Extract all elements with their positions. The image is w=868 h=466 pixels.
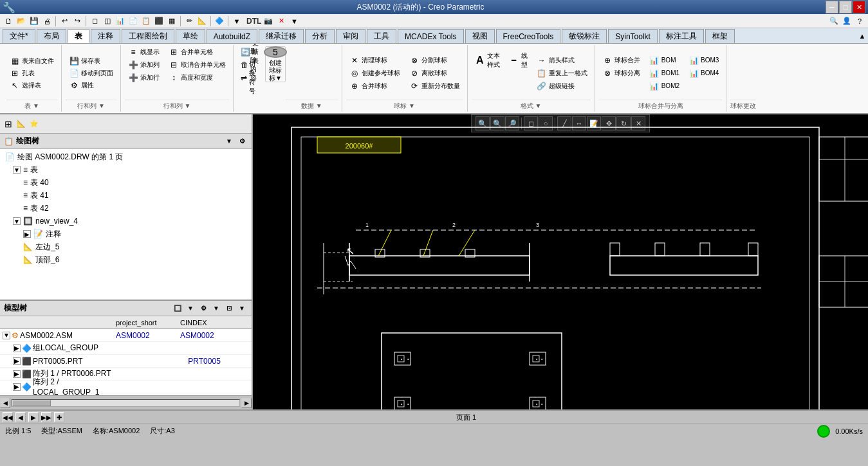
model-tree-expand-btn[interactable]: ⊡ bbox=[223, 303, 235, 314]
model-tree-btn4[interactable]: ▼ bbox=[210, 303, 222, 314]
print-button[interactable]: 🖨 bbox=[41, 15, 53, 27]
ribbon-btn-balloon-separate[interactable]: ⊗ 球标分离 bbox=[599, 67, 643, 79]
asm0002-expander[interactable]: ▼ bbox=[3, 332, 10, 339]
ribbon-btn-save-table[interactable]: 💾 保存表 bbox=[66, 55, 116, 67]
ribbon-btn-clear-balloon[interactable]: ✕ 清理球标 bbox=[346, 55, 403, 66]
qa-btn-3[interactable]: 📊 bbox=[115, 15, 126, 27]
account-button[interactable]: 👤 bbox=[841, 15, 853, 27]
ribbon-btn-text-style[interactable]: A 文本样式 bbox=[472, 55, 503, 66]
ribbon-btn-height-width[interactable]: ↕ 高度和宽度 bbox=[165, 72, 229, 84]
nav-last-btn[interactable]: ▶▶ bbox=[41, 412, 51, 422]
tab-quickmark[interactable]: 敏锐标注 bbox=[562, 29, 607, 43]
array2-expander[interactable]: ▶ bbox=[13, 383, 21, 391]
qa-btn-7[interactable]: ▦ bbox=[166, 15, 178, 27]
ribbon-btn-create-balloon[interactable]: 5 创建球标标▼ bbox=[265, 46, 286, 82]
model-tree-btn1[interactable]: 🔲 bbox=[172, 303, 183, 314]
ribbon-btn-add-row[interactable]: ➕ 添加行 bbox=[125, 72, 163, 84]
tab-mcadex[interactable]: MCADEx Tools bbox=[398, 29, 463, 43]
ribbon-btn-toggle-symbol[interactable]: ⇌ 切换符号 bbox=[237, 72, 263, 84]
qa-btn-8[interactable]: ✏ bbox=[183, 15, 195, 27]
ribbon-btn-bom2[interactable]: 📊 BOM2 bbox=[646, 80, 683, 92]
qa-extra[interactable]: ▼ bbox=[288, 15, 300, 27]
model-tree-btn2[interactable]: ▼ bbox=[185, 303, 196, 314]
drawing-tree-left5[interactable]: 📐 左边_5 bbox=[0, 240, 252, 253]
localgroup-expander[interactable]: ▶ bbox=[13, 345, 21, 352]
tab-freecreo[interactable]: FreeCreoTools bbox=[496, 29, 561, 43]
ribbon-btn-discrete-balloon[interactable]: ⊘ 离散球标 bbox=[406, 67, 463, 79]
drawing-tree-table40[interactable]: ≡ 表 40 bbox=[0, 176, 252, 189]
qa-btn-6[interactable]: ⬛ bbox=[153, 15, 165, 27]
ribbon-btn-unmerge-cell[interactable]: ⊟ 取消合并单元格 bbox=[165, 59, 229, 71]
qa-camera[interactable]: 📷 bbox=[263, 15, 274, 27]
model-tree-localgroup[interactable]: ▶ 🔷 组LOCAL_GROUP bbox=[0, 342, 252, 355]
model-tree-asm0002[interactable]: ▼ ⚙ ASM0002.ASM ASM0002 ASM0002 bbox=[0, 329, 252, 342]
qa-btn-2[interactable]: ◫ bbox=[102, 15, 113, 27]
tab-mark-tools[interactable]: 标注工具 bbox=[659, 29, 704, 43]
drawing-tree-top6[interactable]: 📐 顶部_6 bbox=[0, 253, 252, 266]
scroll-track[interactable] bbox=[12, 399, 240, 407]
drawing-tree-table42[interactable]: ≡ 表 42 bbox=[0, 202, 252, 215]
qa-btn-5[interactable]: 📋 bbox=[140, 15, 152, 27]
tab-file[interactable]: 文件* bbox=[3, 29, 35, 43]
qa-btn-4[interactable]: 📄 bbox=[127, 15, 139, 27]
tab-syintoolkt[interactable]: SyinToolkt bbox=[608, 29, 658, 43]
scroll-thumb[interactable] bbox=[12, 400, 51, 406]
scroll-right-btn[interactable]: ▶ bbox=[241, 398, 252, 408]
tab-migrate[interactable]: 继承迁移 bbox=[259, 29, 304, 43]
tab-analysis[interactable]: 分析 bbox=[305, 29, 335, 43]
nav-prev-btn[interactable]: ◀ bbox=[15, 412, 26, 422]
tab-sketch[interactable]: 草绘 bbox=[176, 29, 205, 43]
ribbon-btn-arrow-style[interactable]: → 箭头样式 bbox=[533, 55, 591, 66]
ribbon-btn-hole-table[interactable]: ⊞ 孔表 bbox=[6, 67, 57, 79]
drawing-tree-page-item[interactable]: 📄 绘图 ASM0002.DRW 的第 1 页 bbox=[0, 150, 252, 163]
tab-layout[interactable]: 布局 bbox=[37, 29, 66, 43]
expand-qa[interactable]: ▼ bbox=[231, 15, 243, 27]
ribbon-btn-redistribute[interactable]: ⟳ 重新分布数量 bbox=[406, 80, 463, 92]
drawing-tree-settings-btn[interactable]: ⚙ bbox=[236, 136, 248, 147]
scroll-left-btn[interactable]: ◀ bbox=[0, 398, 10, 408]
ribbon-btn-bom[interactable]: 📊 BOM bbox=[646, 55, 683, 66]
drawing-tree-annotation[interactable]: ▶ 📝 注释 bbox=[0, 228, 252, 240]
ribbon-btn-bom3[interactable]: 📊 BOM3 bbox=[685, 55, 722, 66]
ribbon-btn-line-display[interactable]: ≡ 线显示 bbox=[125, 46, 163, 58]
tab-view[interactable]: 视图 bbox=[465, 29, 495, 43]
search-button[interactable]: 🔍 bbox=[828, 15, 840, 27]
tab-autobildz[interactable]: AutobuildZ bbox=[207, 29, 257, 43]
nav-add-btn[interactable]: ✚ bbox=[54, 412, 64, 422]
redo-button[interactable]: ↪ bbox=[71, 15, 83, 27]
minimize-button[interactable]: ─ bbox=[826, 1, 838, 13]
tab-annotation[interactable]: 注释 bbox=[91, 29, 120, 43]
ribbon-btn-properties[interactable]: ⚙ 属性 bbox=[66, 80, 116, 91]
ribbon-btn-repeat-format[interactable]: 📋 重复上一格式 bbox=[533, 67, 591, 79]
lt-btn-3[interactable]: ⭐ bbox=[28, 118, 40, 130]
model-tree-btn3[interactable]: ⚙ bbox=[198, 303, 209, 314]
restore-button[interactable]: □ bbox=[839, 1, 852, 13]
nav-next-btn[interactable]: ▶ bbox=[28, 412, 39, 422]
ribbon-btn-move-to-page[interactable]: 📄 移动到页面 bbox=[66, 67, 116, 79]
ribbon-btn-bom4[interactable]: 📊 BOM4 bbox=[685, 67, 722, 79]
ribbon-btn-merge-cell[interactable]: ⊞ 合并单元格 bbox=[165, 46, 229, 58]
drawing-tree-table41[interactable]: ≡ 表 41 bbox=[0, 189, 252, 202]
ribbon-btn-hyperlink[interactable]: 🔗 超级链接 bbox=[533, 80, 591, 92]
lt-btn-1[interactable]: ⊞ bbox=[3, 118, 14, 130]
tab-table[interactable]: 表 bbox=[68, 29, 89, 43]
qa-red[interactable]: ✕ bbox=[275, 15, 287, 27]
ribbon-btn-balloon-merge[interactable]: ⊕ 球标合并 bbox=[599, 55, 643, 66]
prt0005-expander[interactable]: ▶ bbox=[13, 357, 21, 365]
qa-btn-1[interactable]: ◻ bbox=[89, 15, 100, 27]
canvas-area[interactable]: 🔍 🔍 🔎 ◻ ○ ╱ ↔ 📝 ✥ ↻ ✕ 200060# bbox=[253, 114, 868, 409]
drawing-tree-view4[interactable]: ▼ 🔲 new_view_4 bbox=[0, 215, 252, 228]
nav-first-btn[interactable]: ◀◀ bbox=[3, 412, 13, 422]
drawing-tree-table-folder[interactable]: ▼ ≡ 表 bbox=[0, 163, 252, 176]
help-button[interactable]: ? bbox=[854, 15, 865, 27]
ribbon-expand-btn[interactable]: ▲ bbox=[856, 30, 868, 42]
model-tree-prt0005[interactable]: ▶ ⬛ PRT0005.PRT PRT0005 bbox=[0, 355, 252, 368]
model-tree-array2[interactable]: ▶ 🔷 阵列 2 / LOCAL_GROUP_1 bbox=[0, 381, 252, 393]
ribbon-btn-split-balloon[interactable]: ⊗ 分割球标 bbox=[406, 55, 463, 66]
ribbon-btn-bom1[interactable]: 📊 BOM1 bbox=[646, 67, 683, 79]
ribbon-btn-line-style[interactable]: ━ 线型 bbox=[506, 55, 531, 66]
ribbon-btn-select-table[interactable]: ↖ 选择表 bbox=[6, 80, 57, 91]
save-button[interactable]: 💾 bbox=[28, 15, 40, 27]
view4-expander[interactable]: ▼ bbox=[13, 217, 21, 225]
drawing-tree-expand-btn[interactable]: ▼ bbox=[223, 136, 235, 147]
